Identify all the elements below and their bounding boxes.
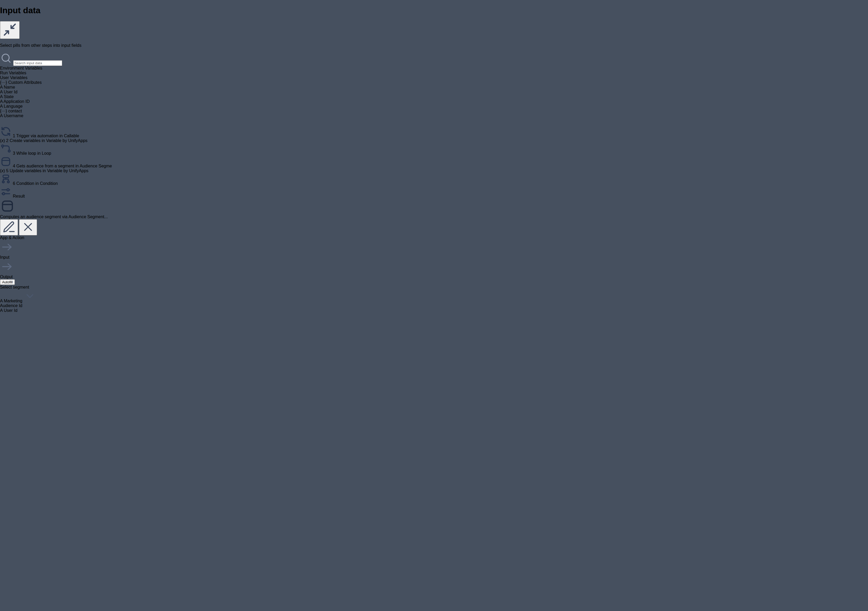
- window-glow-frame: [0, 0, 868, 611]
